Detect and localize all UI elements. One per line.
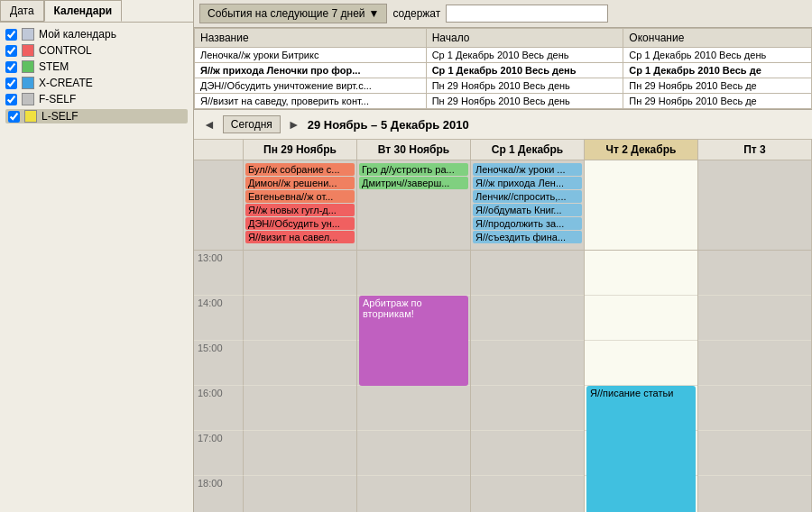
event-cell: Пн 29 Ноябрь 2010 Весь де <box>623 94 812 109</box>
events-table-body: Леночка//ж уроки БитриксСр 1 Декабрь 201… <box>195 48 812 109</box>
day-header-1: Вт 30 Ноябрь <box>357 140 471 160</box>
hour-cell-d2-s1 <box>471 296 584 341</box>
date-range: 29 Ноябрь – 5 Декабрь 2010 <box>308 118 469 132</box>
calendar-checkbox-lself[interactable] <box>8 111 20 123</box>
hour-cell-d0-s3 <box>244 386 356 431</box>
tab-calendars[interactable]: Календари <box>44 0 123 22</box>
event-cell: Ср 1 Декабрь 2010 Весь день <box>426 63 623 78</box>
events-table: НазваниеНачалоОкончание Леночка//ж уроки… <box>194 28 812 109</box>
time-slot-4: 17:00 <box>194 431 244 476</box>
calendar-color-lself <box>24 110 37 123</box>
calendar-header: Пн 29 НоябрьВт 30 НоябрьСр 1 ДекабрьЧт 2… <box>194 140 812 160</box>
filter-dropdown[interactable]: События на следующие 7 дней ▼ <box>199 4 387 23</box>
hour-cell-d0-s5 <box>244 476 356 512</box>
calendar-checkbox-xcreate[interactable] <box>5 78 17 89</box>
event-row-2[interactable]: ДЭН//Обсудить уничтожение вирт.с...Пн 29… <box>195 78 812 94</box>
calendar-label-control: CONTROL <box>39 44 92 57</box>
day-col-4 <box>698 251 812 512</box>
filter-arrow: ▼ <box>369 7 380 20</box>
time-col: 13:0014:0015:0016:0017:0018:0019:0020:00 <box>194 251 244 512</box>
calendar-item-control[interactable]: CONTROL <box>5 44 188 57</box>
hour-cell-d0-s4 <box>244 431 356 476</box>
hour-cell-d2-s0 <box>471 251 584 296</box>
allday-event-d2-2[interactable]: Ленчик//спросить,... <box>473 190 582 203</box>
allday-event-d2-5[interactable]: Я//съездить фина... <box>473 231 582 243</box>
search-input[interactable] <box>446 5 608 23</box>
day-header-3: Чт 2 Декабрь <box>585 140 698 160</box>
toolbar: События на следующие 7 дней ▼ содержат <box>194 0 812 28</box>
hour-cell-d4-s2 <box>698 341 811 386</box>
filter-label: События на следующие 7 дней <box>208 7 365 20</box>
calendar-color-stem <box>22 60 34 73</box>
allday-event-d2-0[interactable]: Леночка//ж уроки ... <box>473 163 582 176</box>
time-slot-3: 16:00 <box>194 386 244 431</box>
event-cell: ДЭН//Обсудить уничтожение вирт.с... <box>195 78 427 94</box>
calendar-color-control <box>22 44 34 57</box>
calendar-label-lself: L-SELF <box>42 110 78 123</box>
calendar-checkbox-control[interactable] <box>5 45 17 57</box>
time-grid: 13:0014:0015:0016:0017:0018:0019:0020:00… <box>194 251 812 512</box>
timed-event-d3[interactable]: Я//писание статьи <box>586 386 696 512</box>
calendar-item-my[interactable]: Мой календарь <box>5 28 188 41</box>
hour-cell-d2-s3 <box>471 386 584 431</box>
calendar-checkbox-my[interactable] <box>5 29 17 41</box>
calendar-label-my: Мой календарь <box>39 28 116 41</box>
calendar-item-xcreate[interactable]: X-CREATE <box>5 77 188 89</box>
main-area: События на следующие 7 дней ▼ содержат Н… <box>194 0 812 512</box>
col-header-Название: Название <box>195 29 427 48</box>
prev-btn[interactable]: ◄ <box>203 117 216 132</box>
event-cell: Я//ж прихода Леночки про фор... <box>195 63 427 78</box>
hour-cell-d1-s5 <box>357 476 470 512</box>
event-cell: Пн 29 Ноябрь 2010 Весь день <box>426 94 623 109</box>
hour-cell-d0-s0 <box>244 251 356 296</box>
calendars-list: Мой календарьCONTROLSTEMX-CREATEF-SELFL-… <box>0 23 193 512</box>
hour-cell-d4-s3 <box>698 386 811 431</box>
allday-event-d0-2[interactable]: Евгеньевна//ж от... <box>245 190 355 203</box>
allday-event-d0-5[interactable]: Я//визит на савел... <box>245 231 355 243</box>
calendar-item-fself[interactable]: F-SELF <box>5 93 188 105</box>
event-cell: Пн 29 Ноябрь 2010 Весь день <box>426 78 623 94</box>
allday-event-d2-3[interactable]: Я//обдумать Книг... <box>473 204 582 216</box>
allday-event-d1-0[interactable]: Гро д//устроить ра... <box>359 163 468 176</box>
col-header-Начало: Начало <box>426 29 623 48</box>
event-cell: Ср 1 Декабрь 2010 Весь день <box>426 48 623 63</box>
allday-event-d0-3[interactable]: Я//ж новых гугл-д... <box>245 204 355 216</box>
event-cell: Я//визит на саведу, проверить конт... <box>195 94 427 109</box>
calendar-item-lself[interactable]: L-SELF <box>5 109 188 123</box>
table-header-row: НазваниеНачалоОкончание <box>195 29 812 48</box>
allday-cell-1: Гро д//устроить ра...Дмитрич//заверш... <box>357 160 471 250</box>
event-row-1[interactable]: Я//ж прихода Леночки про фор...Ср 1 Дека… <box>195 63 812 78</box>
hour-cell-d4-s4 <box>698 431 811 476</box>
calendar-checkbox-stem[interactable] <box>5 61 17 73</box>
allday-cell-2: Леночка//ж уроки ...Я//ж прихода Лен...Л… <box>471 160 585 250</box>
calendar-color-fself <box>22 93 34 105</box>
allday-cell-0: Бул//ж собрание с...Димон//ж решени...Ев… <box>244 160 357 250</box>
calendar-item-stem[interactable]: STEM <box>5 60 188 73</box>
allday-event-d0-4[interactable]: ДЭН//Обсудить ун... <box>245 217 355 230</box>
tab-date[interactable]: Дата <box>0 0 44 22</box>
allday-row: Бул//ж собрание с...Димон//ж решени...Ев… <box>194 160 812 251</box>
event-cell: Ср 1 Декабрь 2010 Весь день <box>623 48 812 63</box>
timed-event-d1[interactable]: Арбитраж по вторникам! <box>359 296 468 386</box>
day-col-0 <box>244 251 357 512</box>
events-list: НазваниеНачалоОкончание Леночка//ж уроки… <box>194 28 812 110</box>
day-header-4: Пт 3 <box>698 140 812 160</box>
sidebar-tabs: Дата Календари <box>0 0 193 23</box>
allday-event-d2-1[interactable]: Я//ж прихода Лен... <box>473 177 582 189</box>
hour-cell-d1-s3 <box>357 386 470 431</box>
event-row-3[interactable]: Я//визит на саведу, проверить конт...Пн … <box>195 94 812 109</box>
calendar-checkbox-fself[interactable] <box>5 94 17 105</box>
hour-cell-d2-s2 <box>471 341 584 386</box>
next-btn[interactable]: ► <box>288 117 300 132</box>
hour-cell-d0-s2 <box>244 341 356 386</box>
allday-event-d0-1[interactable]: Димон//ж решени... <box>245 177 355 189</box>
event-row-0[interactable]: Леночка//ж уроки БитриксСр 1 Декабрь 201… <box>195 48 812 63</box>
sidebar: Дата Календари Мой календарьCONTROLSTEMX… <box>0 0 194 512</box>
allday-event-d2-4[interactable]: Я//продолжить за... <box>473 217 582 230</box>
allday-event-d0-0[interactable]: Бул//ж собрание с... <box>245 163 355 176</box>
calendar-scroll[interactable]: Пн 29 НоябрьВт 30 НоябрьСр 1 ДекабрьЧт 2… <box>194 140 812 512</box>
allday-event-d1-1[interactable]: Дмитрич//заверш... <box>359 177 468 189</box>
today-btn[interactable]: Сегодня <box>223 115 281 133</box>
calendar-color-xcreate <box>22 77 34 89</box>
hour-cell-d3-s2 <box>585 341 697 386</box>
